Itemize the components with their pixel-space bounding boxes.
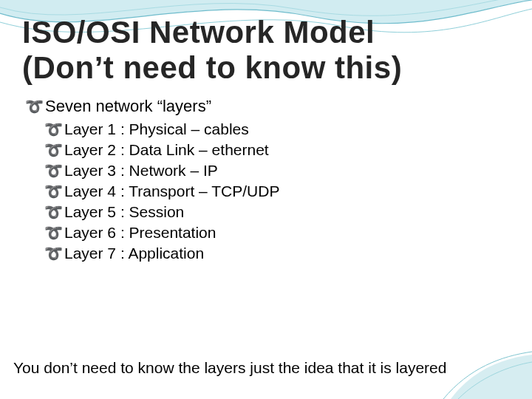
bullet-icon: ➰ [44, 183, 63, 200]
sub-bullet: ➰Layer 7 : Application [44, 245, 510, 262]
corner-decoration [443, 347, 532, 399]
footer-note: You don’t need to know the layers just t… [13, 359, 446, 377]
bullet-icon: ➰ [44, 203, 63, 221]
sub-bullet: ➰Layer 5 : Session [44, 203, 510, 221]
layer-text: Layer 4 : Transport – TCP/UDP [64, 183, 279, 200]
bullet-icon: ➰ [25, 98, 44, 115]
sub-bullet: ➰Layer 4 : Transport – TCP/UDP [44, 183, 510, 200]
layer-text: Layer 7 : Application [64, 245, 204, 262]
slide-title: ISO/OSI Network Model (Don’t need to kno… [22, 15, 510, 86]
sub-bullet: ➰Layer 1 : Physical – cables [44, 120, 510, 138]
layer-text: Layer 3 : Network – IP [64, 162, 218, 179]
title-line-2: (Don’t need to know this) [22, 50, 402, 85]
bullet-icon: ➰ [44, 224, 63, 242]
layer-text: Layer 6 : Presentation [64, 224, 216, 241]
bullet-icon: ➰ [44, 245, 63, 262]
bullet-icon: ➰ [44, 162, 63, 180]
layer-text: Layer 5 : Session [64, 203, 184, 220]
main-bullet: ➰Seven network “layers” [25, 97, 510, 116]
layer-text: Layer 2 : Data Link – ethernet [64, 141, 269, 158]
sub-bullet: ➰Layer 3 : Network – IP [44, 162, 510, 180]
sub-bullet: ➰Layer 2 : Data Link – ethernet [44, 141, 510, 159]
layer-text: Layer 1 : Physical – cables [64, 120, 249, 137]
slide-content: ISO/OSI Network Model (Don’t need to kno… [0, 0, 532, 262]
main-bullet-text: Seven network “layers” [45, 97, 211, 115]
sub-bullet: ➰Layer 6 : Presentation [44, 224, 510, 242]
bullet-icon: ➰ [44, 120, 63, 138]
title-line-1: ISO/OSI Network Model [22, 15, 375, 50]
bullet-icon: ➰ [44, 141, 63, 159]
